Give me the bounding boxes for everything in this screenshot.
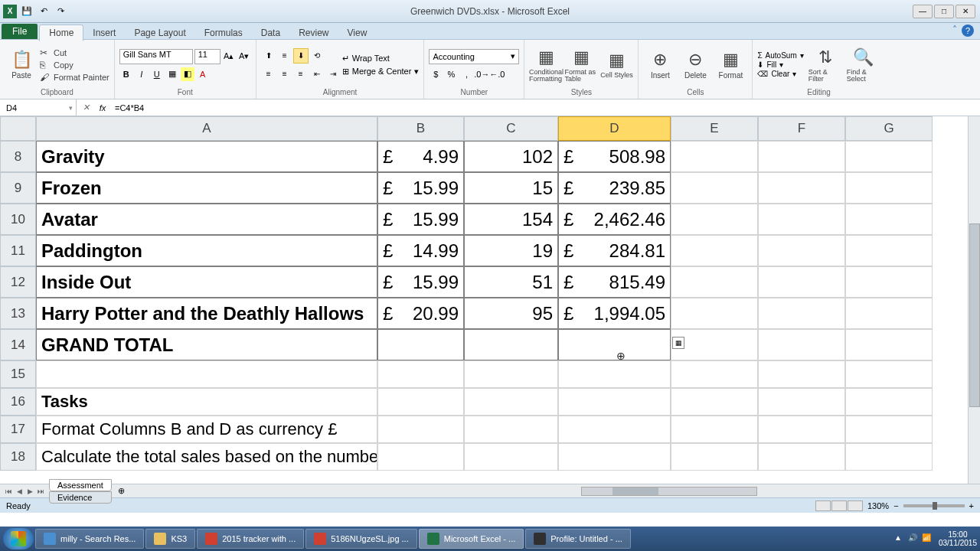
cell-F12[interactable]	[758, 266, 845, 298]
row-header-9[interactable]: 9	[0, 172, 36, 204]
cell-D15[interactable]	[558, 360, 671, 388]
cell-G13[interactable]	[845, 298, 933, 329]
row-header-14[interactable]: 14	[0, 329, 36, 360]
page-layout-view-button[interactable]	[831, 500, 847, 511]
tab-review[interactable]: Review	[289, 25, 338, 41]
column-header-D[interactable]: D	[558, 116, 671, 141]
row-header-10[interactable]: 10	[0, 204, 36, 235]
column-header-C[interactable]: C	[464, 116, 558, 141]
cell-B16[interactable]	[377, 388, 464, 416]
start-button[interactable]	[3, 528, 34, 549]
zoom-in-button[interactable]: +	[969, 501, 974, 510]
cell-C14[interactable]	[464, 329, 558, 360]
fx-icon[interactable]: fx	[95, 103, 110, 112]
underline-button[interactable]: U	[150, 67, 164, 81]
row-header-16[interactable]: 16	[0, 388, 36, 416]
autofill-options-button[interactable]: ▦	[672, 337, 684, 349]
cell-A11[interactable]: Paddington	[36, 235, 377, 266]
row-header-8[interactable]: 8	[0, 141, 36, 172]
cell-A15[interactable]	[36, 360, 377, 388]
cell-F8[interactable]	[758, 141, 845, 172]
cell-C9[interactable]: 15	[464, 172, 558, 204]
cell-C13[interactable]: 95	[464, 298, 558, 329]
delete-cells-button[interactable]: ⊖Delete	[678, 43, 712, 87]
cell-F15[interactable]	[758, 360, 845, 388]
wrap-text-button[interactable]: ↵Wrap Text	[342, 54, 420, 64]
cell-styles-button[interactable]: ▦Cell Styles	[599, 43, 633, 87]
cell-F13[interactable]	[758, 298, 845, 329]
cell-F9[interactable]	[758, 172, 845, 204]
taskbar-item[interactable]: Microsoft Excel - ...	[419, 529, 524, 549]
new-sheet-button[interactable]: ⊕	[113, 486, 129, 496]
cell-F10[interactable]	[758, 204, 845, 235]
format-as-table-button[interactable]: ▦Format as Table	[564, 43, 598, 87]
grow-font-button[interactable]: A▴	[222, 50, 236, 64]
comma-button[interactable]: ,	[459, 67, 473, 81]
cell-E12[interactable]	[671, 266, 758, 298]
row-header-13[interactable]: 13	[0, 298, 36, 329]
cell-E9[interactable]	[671, 172, 758, 204]
bold-button[interactable]: B	[119, 67, 133, 81]
find-select-button[interactable]: 🔍Find & Select	[847, 43, 880, 87]
cell-C11[interactable]: 19	[464, 235, 558, 266]
cell-A14[interactable]: GRAND TOTAL	[36, 329, 377, 360]
cell-E10[interactable]	[671, 204, 758, 235]
increase-decimal-button[interactable]: .0→	[475, 67, 488, 81]
help-icon[interactable]: ?	[962, 24, 974, 37]
paste-button[interactable]: 📋Paste	[5, 43, 38, 87]
italic-button[interactable]: I	[135, 67, 149, 81]
tray-icon[interactable]: ▲	[894, 533, 905, 544]
increase-indent-button[interactable]: ⇥	[325, 67, 341, 82]
taskbar-item[interactable]: 2015 tracker with ...	[197, 529, 304, 549]
undo-icon[interactable]: ↶	[37, 5, 51, 18]
cell-G10[interactable]	[845, 204, 933, 235]
column-header-A[interactable]: A	[36, 116, 377, 141]
cell-E18[interactable]	[671, 443, 758, 471]
border-button[interactable]: ▦	[165, 67, 179, 81]
cell-B15[interactable]	[377, 360, 464, 388]
cell-A10[interactable]: Avatar	[36, 204, 377, 235]
shrink-font-button[interactable]: A▾	[237, 50, 251, 64]
cell-G18[interactable]	[845, 443, 933, 471]
cell-D18[interactable]	[558, 443, 671, 471]
cell-A17[interactable]: Format Columns B and D as currency £	[36, 416, 377, 443]
cell-F17[interactable]	[758, 416, 845, 443]
cell-B17[interactable]	[377, 416, 464, 443]
cell-D14[interactable]	[558, 329, 671, 360]
horizontal-scrollbar[interactable]	[129, 487, 980, 496]
column-header-B[interactable]: B	[377, 116, 464, 141]
cell-E11[interactable]	[671, 235, 758, 266]
cell-A16[interactable]: Tasks	[36, 388, 377, 416]
cell-D16[interactable]	[558, 388, 671, 416]
align-center-button[interactable]: ≡	[277, 67, 292, 82]
page-break-view-button[interactable]	[848, 500, 863, 511]
scrollbar-thumb[interactable]	[969, 223, 980, 407]
merge-center-button[interactable]: ⊞Merge & Center ▾	[342, 67, 420, 77]
tab-data[interactable]: Data	[252, 25, 289, 41]
column-header-G[interactable]: G	[845, 116, 933, 141]
select-all-corner[interactable]	[0, 116, 36, 141]
worksheet[interactable]: ABCDEFG 8Gravity£4.99102£508.989Frozen£1…	[0, 116, 980, 484]
format-painter-button[interactable]: 🖌Format Painter	[40, 72, 109, 83]
decrease-indent-button[interactable]: ⇤	[309, 67, 325, 82]
tab-page-layout[interactable]: Page Layout	[125, 25, 194, 41]
insert-cells-button[interactable]: ⊕Insert	[643, 43, 677, 87]
decrease-decimal-button[interactable]: ←.0	[490, 67, 504, 81]
align-right-button[interactable]: ≡	[293, 67, 309, 82]
row-header-18[interactable]: 18	[0, 443, 36, 471]
cell-B18[interactable]	[377, 443, 464, 471]
cell-G12[interactable]	[845, 266, 933, 298]
cell-G17[interactable]	[845, 416, 933, 443]
orientation-button[interactable]: ⟲	[309, 48, 325, 64]
cell-B9[interactable]: £15.99	[377, 172, 464, 204]
file-tab[interactable]: File	[2, 24, 38, 39]
cell-D13[interactable]: £1,994.05	[558, 298, 671, 329]
cell-F16[interactable]	[758, 388, 845, 416]
formula-input[interactable]: =C4*B4	[110, 103, 980, 112]
cell-C15[interactable]	[464, 360, 558, 388]
cell-C8[interactable]: 102	[464, 141, 558, 172]
cell-F18[interactable]	[758, 443, 845, 471]
cell-E13[interactable]	[671, 298, 758, 329]
tab-home[interactable]: Home	[39, 24, 83, 41]
font-name-select[interactable]: Gill Sans MT	[119, 49, 193, 64]
